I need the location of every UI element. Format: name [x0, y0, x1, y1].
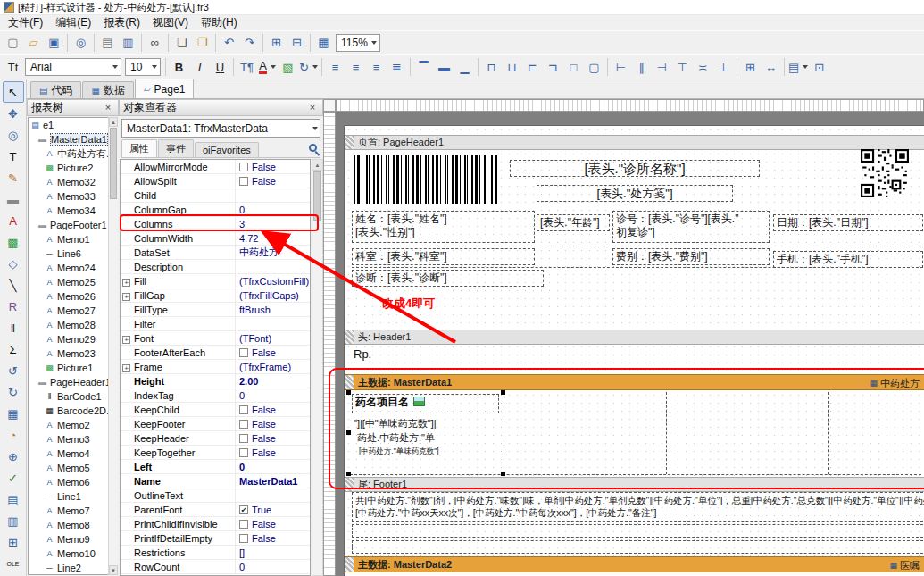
property-row-printifdetailempty[interactable]: PrintIfDetailEmptyFalse [121, 531, 310, 546]
chart-tool[interactable]: ◔ [3, 424, 24, 446]
scroll-up-icon[interactable]: ▲ [312, 160, 322, 171]
tab-properties[interactable]: 属性 [121, 139, 157, 157]
search-icon[interactable] [308, 144, 320, 154]
font-size-combo[interactable]: 10 [125, 58, 161, 76]
zoom-tool[interactable]: ◎ [3, 124, 24, 146]
property-row-columnwidth[interactable]: ColumnWidth4.72 [121, 231, 310, 246]
line-tool[interactable]: ╲ [3, 274, 24, 296]
property-row-fillgap[interactable]: +FillGap(TfrxFillGaps) [121, 288, 310, 303]
checkbox-icon[interactable] [239, 434, 248, 443]
align-tops-button[interactable]: ⊤ [672, 57, 693, 77]
save-report-button[interactable]: ▣ [44, 33, 64, 53]
redo-button[interactable]: ↷ [239, 33, 260, 53]
new-report-button[interactable]: ▢ [3, 33, 23, 53]
align-middles-button[interactable]: ≍ [693, 57, 713, 77]
property-row-keepchild[interactable]: KeepChildFalse [121, 403, 310, 417]
menu-view[interactable]: 视图(V) [146, 14, 195, 31]
object-selector-combo[interactable]: MasterData1: TfrxMasterData [121, 119, 320, 138]
close-icon[interactable]: × [102, 102, 114, 114]
band-masterdata2[interactable]: 主数据: MasterData2 ▦ 医嘱 [345, 556, 924, 572]
italic-button[interactable]: I [189, 57, 210, 77]
frame-all-button[interactable]: □ [563, 57, 584, 77]
memo-diagnosis[interactable]: 诊断：[表头."诊断"] [352, 270, 544, 287]
font-name-combo[interactable]: Arial [25, 58, 121, 76]
property-row-indextag[interactable]: IndexTag0 [121, 388, 310, 403]
group-button[interactable]: ⊞ [266, 33, 287, 53]
property-row-footeraftereach[interactable]: FooterAfterEachFalse [121, 346, 310, 360]
property-row-printchildifinvisible[interactable]: PrintChildIfInvisibleFalse [121, 517, 310, 531]
text-tool[interactable]: T [3, 146, 24, 167]
align-lefts-button[interactable]: ⊢ [611, 57, 631, 77]
property-row-columngap[interactable]: ColumnGap0 [121, 203, 310, 217]
selection-handle[interactable] [346, 430, 351, 435]
preview-button[interactable]: ◎ [71, 33, 91, 53]
memo-item-name[interactable]: 药名项目名 [352, 394, 499, 413]
tree-item[interactable]: ▬MasterData1 [29, 132, 117, 146]
memo-visit-no[interactable]: 诊号：[表头."诊号"][表头." 初复诊"] [612, 211, 770, 243]
paste-button[interactable]: ❐ [192, 33, 212, 53]
memo-patient-name[interactable]: 姓名：[表头."姓名"] [表头."性别"] [352, 211, 535, 243]
checkbox-tool[interactable]: ✓ [3, 467, 24, 488]
tree-item[interactable]: ▬PageFooter1 [29, 218, 117, 232]
expand-icon[interactable]: + [122, 293, 130, 301]
tree-scrollbar[interactable]: ▲ ▼ [108, 117, 118, 575]
tab-oifavorites[interactable]: oiFavorites [195, 142, 259, 157]
underline-button[interactable]: U [210, 57, 230, 77]
richtext-tool[interactable]: R [3, 296, 24, 317]
memo-summary[interactable]: 共[中药处方."剂数"]剂，[中药处方."味数"]味，单剂[中药处方."单剂克数… [352, 492, 924, 522]
selection-handle[interactable] [346, 472, 351, 476]
memo-rp[interactable]: Rp. [354, 347, 371, 361]
tree-item[interactable]: AMemo28 [29, 318, 117, 332]
scrollbar-thumb[interactable] [313, 171, 321, 221]
systext-tool[interactable]: A [3, 210, 24, 231]
menu-file[interactable]: 文件(F) [2, 14, 49, 31]
select-tool[interactable]: ↖ [3, 81, 24, 103]
rotate-left-tool[interactable]: ↺ [3, 360, 24, 381]
align-right-button[interactable]: ≡ [366, 57, 387, 77]
tab-data[interactable]: ▦数据 [82, 81, 133, 98]
tree-item[interactable]: AMemo29 [29, 332, 117, 346]
rotate-right-tool[interactable]: ↻ [3, 381, 24, 403]
tree-item[interactable]: AMemo1 [29, 232, 117, 246]
menu-report[interactable]: 报表(R) [97, 14, 146, 31]
rotate-text-button[interactable]: ↻ [298, 57, 319, 77]
memo-rx-title[interactable]: [表头."处方笺"] [537, 185, 733, 202]
text-format-button[interactable]: T¶ [237, 57, 257, 77]
property-row-child[interactable]: Child [121, 188, 310, 203]
bold-button[interactable]: B [169, 57, 189, 77]
property-row-font[interactable]: +Font(TFont) [121, 331, 310, 346]
tree-item[interactable]: AMemo6 [29, 475, 117, 489]
tree-item[interactable]: ─Line1 [29, 489, 117, 504]
memo-phone[interactable]: 手机：[表头."手机"] [773, 251, 923, 268]
memo-dose-small[interactable]: [中药处方."单味药克数"] [359, 447, 439, 457]
tree-item[interactable]: ▩Picture1 [29, 361, 117, 375]
ungroup-button[interactable]: ⊟ [287, 33, 307, 53]
property-row-outlinetext[interactable]: OutlineText [121, 488, 310, 503]
property-row-columns[interactable]: Columns3 [121, 217, 310, 231]
tree-item[interactable]: ▦Barcode2D.. [29, 404, 117, 418]
align-rights-button[interactable]: ⊣ [652, 57, 672, 77]
tree-item[interactable]: AMemo27 [29, 304, 117, 318]
font-style-tool[interactable]: Tt [3, 57, 23, 77]
frame-top-button[interactable]: ⊓ [481, 57, 502, 77]
frame-left-button[interactable]: ⊏ [522, 57, 543, 77]
frame-none-button[interactable]: ▢ [584, 57, 604, 77]
property-row-allowmirrormode[interactable]: AllowMirrorModeFalse [121, 160, 310, 174]
show-grid-button[interactable]: ▦ [313, 33, 334, 53]
scrollbar-thumb[interactable] [110, 128, 117, 199]
property-row-filter[interactable]: Filter [121, 317, 310, 331]
property-grid-scrollbar[interactable]: ▲ [312, 159, 323, 576]
property-row-dataset[interactable]: DataSet中药处方 [121, 246, 310, 260]
tree-item[interactable]: AMemo4 [29, 447, 117, 461]
scroll-down-icon[interactable]: ▼ [109, 565, 118, 575]
property-row-allowsplit[interactable]: AllowSplitFalse [121, 174, 310, 188]
tree-item[interactable]: AMemo9 [29, 532, 117, 547]
sum-tool[interactable]: Σ [3, 338, 24, 360]
property-row-filltype[interactable]: FillTypeftBrush [121, 303, 310, 317]
tree-item[interactable]: AMemo25 [29, 275, 117, 289]
memo-clinic-name[interactable]: [表头."诊所名称"] [510, 160, 760, 177]
property-row-keepheader[interactable]: KeepHeaderFalse [121, 431, 310, 446]
tree-item[interactable]: A中药处方有.. [29, 146, 117, 161]
undo-button[interactable]: ↶ [219, 33, 239, 53]
tree-item[interactable]: ▩Picture2 [29, 161, 117, 175]
